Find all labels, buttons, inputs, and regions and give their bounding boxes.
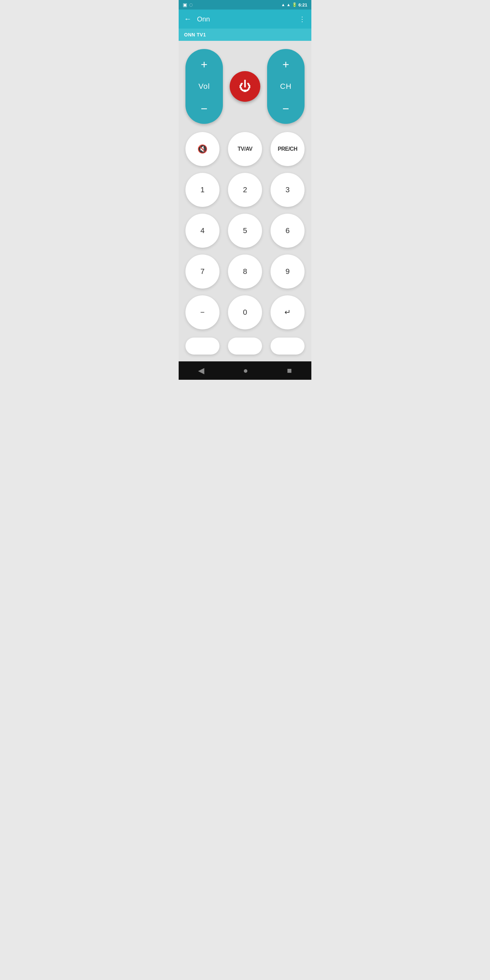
sub-header: ONN TV1 xyxy=(179,29,311,41)
numpad-row-4: − 0 ↵ xyxy=(185,295,305,329)
time-display: 6:21 xyxy=(298,2,307,8)
nav-back-button[interactable]: ◀ xyxy=(198,366,204,375)
pre-ch-button[interactable]: PRE/CH xyxy=(270,132,305,166)
partial-btn-2 xyxy=(228,337,262,355)
key-6-button[interactable]: 6 xyxy=(270,214,305,248)
partial-btn-1 xyxy=(185,337,220,355)
key-2-button[interactable]: 2 xyxy=(228,173,262,207)
key-dash-button[interactable]: − xyxy=(185,295,220,329)
sync-icon: ◌ xyxy=(189,2,192,7)
partial-row xyxy=(185,337,305,355)
vol-label: Vol xyxy=(198,82,210,91)
menu-button[interactable]: ⋮ xyxy=(299,15,306,23)
key-7-button[interactable]: 7 xyxy=(185,255,220,288)
vol-ch-row: + Vol − ⏻ + CH − xyxy=(185,49,305,124)
channel-control[interactable]: + CH − xyxy=(267,49,305,124)
mute-icon: 🔇 xyxy=(197,144,208,154)
key-9-button[interactable]: 9 xyxy=(270,255,305,288)
power-icon: ⏻ xyxy=(239,80,251,92)
key-8-button[interactable]: 8 xyxy=(228,255,262,288)
power-button[interactable]: ⏻ xyxy=(230,71,260,102)
app-bar: ← Onn ⋮ xyxy=(179,10,311,29)
key-enter-button[interactable]: ↵ xyxy=(270,295,305,329)
device-label: ONN TV1 xyxy=(184,32,206,37)
status-right: ▲ ▲ 🔋 6:21 xyxy=(281,2,307,8)
vol-minus-button[interactable]: − xyxy=(201,103,208,115)
numpad-row-2: 4 5 6 xyxy=(185,214,305,248)
key-5-button[interactable]: 5 xyxy=(228,214,262,248)
app-icon: ▣ xyxy=(183,2,187,8)
mute-button[interactable]: 🔇 xyxy=(185,132,220,166)
status-left: ▣ ◌ xyxy=(183,2,192,8)
nav-recent-button[interactable]: ■ xyxy=(287,366,292,375)
back-button[interactable]: ← xyxy=(184,14,192,24)
key-1-button[interactable]: 1 xyxy=(185,173,220,207)
control-row: 🔇 TV/AV PRE/CH xyxy=(185,132,305,166)
vol-plus-button[interactable]: + xyxy=(201,59,208,70)
ch-plus-button[interactable]: + xyxy=(282,59,289,70)
nav-home-button[interactable]: ● xyxy=(243,366,248,375)
app-title: Onn xyxy=(197,15,293,23)
wifi-icon: ▲ xyxy=(281,2,285,7)
signal-icon: ▲ xyxy=(286,2,291,7)
ch-minus-button[interactable]: − xyxy=(282,103,289,115)
nav-bar: ◀ ● ■ xyxy=(179,361,311,380)
ch-label: CH xyxy=(280,82,292,91)
tv-av-button[interactable]: TV/AV xyxy=(228,132,262,166)
status-bar: ▣ ◌ ▲ ▲ 🔋 6:21 xyxy=(179,0,311,10)
battery-icon: 🔋 xyxy=(292,2,297,7)
key-3-button[interactable]: 3 xyxy=(270,173,305,207)
key-4-button[interactable]: 4 xyxy=(185,214,220,248)
key-0-button[interactable]: 0 xyxy=(228,295,262,329)
numpad-row-3: 7 8 9 xyxy=(185,255,305,288)
partial-btn-3 xyxy=(270,337,305,355)
numpad-row-1: 1 2 3 xyxy=(185,173,305,207)
volume-control[interactable]: + Vol − xyxy=(185,49,223,124)
remote-body: + Vol − ⏻ + CH − 🔇 TV/AV PRE/CH 1 2 3 4 … xyxy=(179,41,311,361)
